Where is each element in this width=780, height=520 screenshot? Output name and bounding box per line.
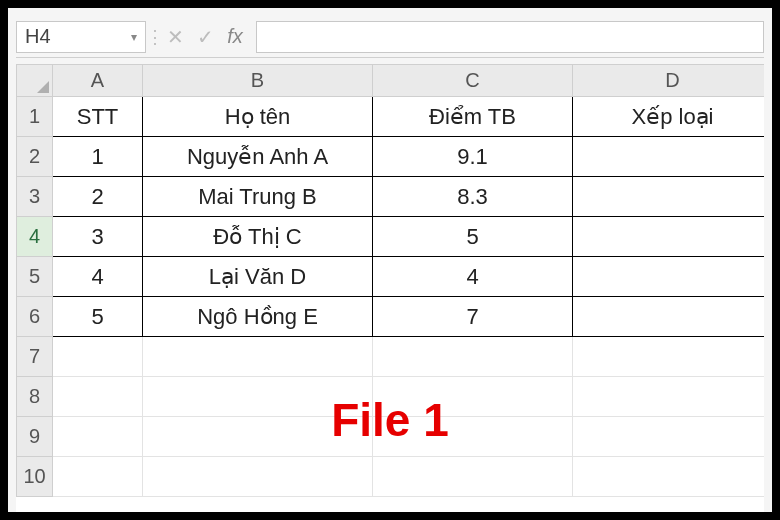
confirm-icon[interactable]: ✓ bbox=[190, 21, 220, 53]
cell-B9[interactable] bbox=[143, 417, 373, 457]
cell-D5[interactable] bbox=[573, 257, 765, 297]
cell-D3[interactable] bbox=[573, 177, 765, 217]
cell-B5[interactable]: Lại Văn D bbox=[143, 257, 373, 297]
cell-B2[interactable]: Nguyễn Anh A bbox=[143, 137, 373, 177]
cell-A4[interactable]: 3 bbox=[53, 217, 143, 257]
cell-A3[interactable]: 2 bbox=[53, 177, 143, 217]
spreadsheet-grid[interactable]: A B C D 1STTHọ tênĐiểm TBXếp loại21Nguyễ… bbox=[16, 64, 764, 512]
row-header-2[interactable]: 2 bbox=[17, 137, 53, 177]
cell-A7[interactable] bbox=[53, 337, 143, 377]
cell-C8[interactable] bbox=[373, 377, 573, 417]
cell-D6[interactable] bbox=[573, 297, 765, 337]
select-all-corner[interactable] bbox=[17, 65, 53, 97]
cell-A10[interactable] bbox=[53, 457, 143, 497]
formula-bar: H4 ▾ ⋮ ✕ ✓ fx bbox=[16, 16, 764, 58]
table-row: 8 bbox=[17, 377, 765, 417]
cell-C7[interactable] bbox=[373, 337, 573, 377]
table-row: 43Đỗ Thị C5 bbox=[17, 217, 765, 257]
table-row: 9 bbox=[17, 417, 765, 457]
cell-A1[interactable]: STT bbox=[53, 97, 143, 137]
cell-B7[interactable] bbox=[143, 337, 373, 377]
cell-D4[interactable] bbox=[573, 217, 765, 257]
cell-D2[interactable] bbox=[573, 137, 765, 177]
cell-A6[interactable]: 5 bbox=[53, 297, 143, 337]
table-row: 32Mai Trung B8.3 bbox=[17, 177, 765, 217]
formula-input[interactable] bbox=[256, 21, 764, 53]
cell-A9[interactable] bbox=[53, 417, 143, 457]
cell-B6[interactable]: Ngô Hồng E bbox=[143, 297, 373, 337]
table-row: 65Ngô Hồng E7 bbox=[17, 297, 765, 337]
cell-C2[interactable]: 9.1 bbox=[373, 137, 573, 177]
table-row: 10 bbox=[17, 457, 765, 497]
table-row: 54Lại Văn D4 bbox=[17, 257, 765, 297]
row-header-5[interactable]: 5 bbox=[17, 257, 53, 297]
table-row: 21Nguyễn Anh A9.1 bbox=[17, 137, 765, 177]
cell-B4[interactable]: Đỗ Thị C bbox=[143, 217, 373, 257]
cell-C5[interactable]: 4 bbox=[373, 257, 573, 297]
cancel-icon[interactable]: ✕ bbox=[160, 21, 190, 53]
cell-B8[interactable] bbox=[143, 377, 373, 417]
cell-C10[interactable] bbox=[373, 457, 573, 497]
cell-C4[interactable]: 5 bbox=[373, 217, 573, 257]
col-header-A[interactable]: A bbox=[53, 65, 143, 97]
name-box[interactable]: H4 ▾ bbox=[16, 21, 146, 53]
row-header-6[interactable]: 6 bbox=[17, 297, 53, 337]
row-header-3[interactable]: 3 bbox=[17, 177, 53, 217]
col-header-B[interactable]: B bbox=[143, 65, 373, 97]
row-header-4[interactable]: 4 bbox=[17, 217, 53, 257]
col-header-C[interactable]: C bbox=[373, 65, 573, 97]
cell-A5[interactable]: 4 bbox=[53, 257, 143, 297]
cell-C1[interactable]: Điểm TB bbox=[373, 97, 573, 137]
table-row: 1STTHọ tênĐiểm TBXếp loại bbox=[17, 97, 765, 137]
cell-B3[interactable]: Mai Trung B bbox=[143, 177, 373, 217]
cell-D10[interactable] bbox=[573, 457, 765, 497]
row-header-7[interactable]: 7 bbox=[17, 337, 53, 377]
separator-icon: ⋮ bbox=[146, 26, 160, 48]
cell-D8[interactable] bbox=[573, 377, 765, 417]
dropdown-icon[interactable]: ▾ bbox=[131, 30, 137, 44]
fx-icon[interactable]: fx bbox=[220, 21, 250, 53]
row-header-8[interactable]: 8 bbox=[17, 377, 53, 417]
table-row: 7 bbox=[17, 337, 765, 377]
row-header-9[interactable]: 9 bbox=[17, 417, 53, 457]
name-box-value: H4 bbox=[25, 25, 51, 48]
cell-A8[interactable] bbox=[53, 377, 143, 417]
cell-A2[interactable]: 1 bbox=[53, 137, 143, 177]
row-header-1[interactable]: 1 bbox=[17, 97, 53, 137]
cell-D7[interactable] bbox=[573, 337, 765, 377]
cell-D9[interactable] bbox=[573, 417, 765, 457]
cell-B10[interactable] bbox=[143, 457, 373, 497]
cell-C9[interactable] bbox=[373, 417, 573, 457]
cell-C6[interactable]: 7 bbox=[373, 297, 573, 337]
cell-C3[interactable]: 8.3 bbox=[373, 177, 573, 217]
row-header-10[interactable]: 10 bbox=[17, 457, 53, 497]
cell-D1[interactable]: Xếp loại bbox=[573, 97, 765, 137]
cell-B1[interactable]: Họ tên bbox=[143, 97, 373, 137]
col-header-D[interactable]: D bbox=[573, 65, 765, 97]
